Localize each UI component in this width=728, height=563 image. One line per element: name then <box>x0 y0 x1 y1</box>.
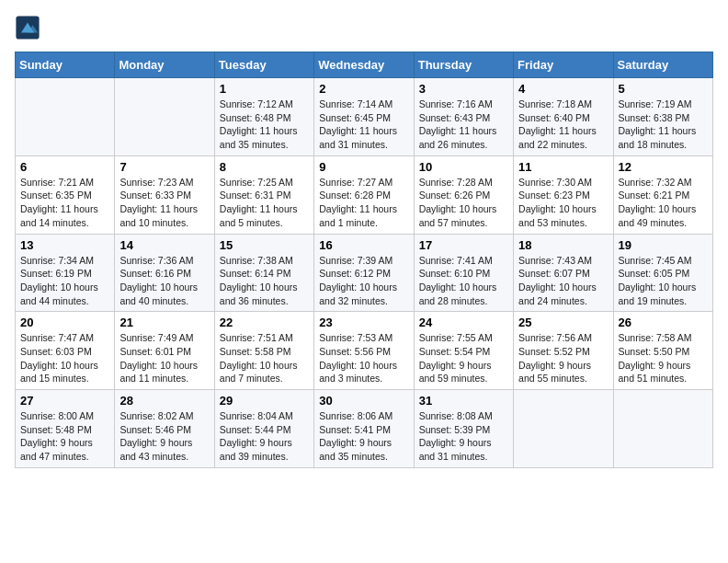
header-thursday: Thursday <box>414 52 513 78</box>
calendar-cell: 3Sunrise: 7:16 AM Sunset: 6:43 PM Daylig… <box>414 78 513 156</box>
calendar-cell: 17Sunrise: 7:41 AM Sunset: 6:10 PM Dayli… <box>414 234 513 312</box>
calendar-week-4: 20Sunrise: 7:47 AM Sunset: 6:03 PM Dayli… <box>16 312 713 390</box>
calendar-cell: 5Sunrise: 7:19 AM Sunset: 6:38 PM Daylig… <box>613 78 712 156</box>
calendar-cell: 8Sunrise: 7:25 AM Sunset: 6:31 PM Daylig… <box>214 155 313 234</box>
day-number: 22 <box>220 316 309 329</box>
calendar-cell <box>16 78 115 156</box>
day-number: 2 <box>319 82 408 96</box>
day-number: 4 <box>518 82 608 96</box>
day-number: 14 <box>119 238 209 252</box>
day-number: 1 <box>220 82 309 96</box>
calendar-cell: 22Sunrise: 7:51 AM Sunset: 5:58 PM Dayli… <box>214 312 313 390</box>
header-saturday: Saturday <box>613 52 712 78</box>
calendar-cell: 16Sunrise: 7:39 AM Sunset: 6:12 PM Dayli… <box>314 234 414 312</box>
calendar-cell: 19Sunrise: 7:45 AM Sunset: 6:05 PM Dayli… <box>613 234 712 312</box>
day-number: 13 <box>20 238 109 252</box>
calendar-cell: 2Sunrise: 7:14 AM Sunset: 6:45 PM Daylig… <box>314 78 414 156</box>
day-number: 11 <box>518 160 608 174</box>
day-info: Sunrise: 7:51 AM Sunset: 5:58 PM Dayligh… <box>220 331 309 385</box>
calendar-cell: 20Sunrise: 7:47 AM Sunset: 6:03 PM Dayli… <box>16 312 115 390</box>
day-info: Sunrise: 7:34 AM Sunset: 6:19 PM Dayligh… <box>20 254 109 308</box>
day-info: Sunrise: 8:04 AM Sunset: 5:44 PM Dayligh… <box>220 409 309 464</box>
day-number: 5 <box>619 82 708 96</box>
calendar-cell: 21Sunrise: 7:49 AM Sunset: 6:01 PM Dayli… <box>115 312 214 390</box>
day-number: 18 <box>518 238 608 252</box>
day-number: 16 <box>319 238 408 252</box>
day-info: Sunrise: 7:12 AM Sunset: 6:48 PM Dayligh… <box>220 98 309 152</box>
calendar-cell: 15Sunrise: 7:38 AM Sunset: 6:14 PM Dayli… <box>214 234 313 312</box>
day-number: 17 <box>419 238 508 252</box>
day-info: Sunrise: 7:32 AM Sunset: 6:21 PM Dayligh… <box>619 176 708 230</box>
header-monday: Monday <box>115 52 214 78</box>
day-info: Sunrise: 8:08 AM Sunset: 5:39 PM Dayligh… <box>419 409 508 464</box>
day-number: 3 <box>419 82 508 96</box>
day-number: 24 <box>419 316 508 329</box>
calendar-cell: 6Sunrise: 7:21 AM Sunset: 6:35 PM Daylig… <box>16 155 115 234</box>
day-info: Sunrise: 8:02 AM Sunset: 5:46 PM Dayligh… <box>119 409 209 464</box>
calendar-header-row: SundayMondayTuesdayWednesdayThursdayFrid… <box>16 52 713 78</box>
day-info: Sunrise: 8:00 AM Sunset: 5:48 PM Dayligh… <box>20 409 109 464</box>
calendar-cell: 27Sunrise: 8:00 AM Sunset: 5:48 PM Dayli… <box>16 390 115 468</box>
day-info: Sunrise: 7:30 AM Sunset: 6:23 PM Dayligh… <box>518 176 608 230</box>
day-info: Sunrise: 7:25 AM Sunset: 6:31 PM Dayligh… <box>220 176 309 230</box>
day-info: Sunrise: 7:38 AM Sunset: 6:14 PM Dayligh… <box>220 254 309 308</box>
day-info: Sunrise: 8:06 AM Sunset: 5:41 PM Dayligh… <box>319 409 408 464</box>
calendar-week-2: 6Sunrise: 7:21 AM Sunset: 6:35 PM Daylig… <box>16 155 713 234</box>
calendar-cell: 24Sunrise: 7:55 AM Sunset: 5:54 PM Dayli… <box>414 312 513 390</box>
day-info: Sunrise: 7:18 AM Sunset: 6:40 PM Dayligh… <box>518 98 608 152</box>
day-info: Sunrise: 7:47 AM Sunset: 6:03 PM Dayligh… <box>20 331 109 385</box>
calendar-cell <box>514 390 613 468</box>
calendar-cell: 12Sunrise: 7:32 AM Sunset: 6:21 PM Dayli… <box>613 155 712 234</box>
day-number: 10 <box>419 160 508 174</box>
day-info: Sunrise: 7:19 AM Sunset: 6:38 PM Dayligh… <box>619 98 708 152</box>
calendar-week-3: 13Sunrise: 7:34 AM Sunset: 6:19 PM Dayli… <box>16 234 713 312</box>
day-number: 7 <box>119 160 209 174</box>
day-info: Sunrise: 7:16 AM Sunset: 6:43 PM Dayligh… <box>419 98 508 152</box>
day-number: 30 <box>319 394 408 408</box>
day-info: Sunrise: 7:39 AM Sunset: 6:12 PM Dayligh… <box>319 254 408 308</box>
calendar-table: SundayMondayTuesdayWednesdayThursdayFrid… <box>15 52 713 468</box>
day-info: Sunrise: 7:55 AM Sunset: 5:54 PM Dayligh… <box>419 331 508 385</box>
calendar-cell: 13Sunrise: 7:34 AM Sunset: 6:19 PM Dayli… <box>16 234 115 312</box>
day-number: 15 <box>220 238 309 252</box>
day-number: 27 <box>20 394 109 408</box>
calendar-cell: 11Sunrise: 7:30 AM Sunset: 6:23 PM Dayli… <box>514 155 613 234</box>
day-info: Sunrise: 7:58 AM Sunset: 5:50 PM Dayligh… <box>619 331 708 385</box>
calendar-cell: 14Sunrise: 7:36 AM Sunset: 6:16 PM Dayli… <box>115 234 214 312</box>
day-info: Sunrise: 7:27 AM Sunset: 6:28 PM Dayligh… <box>319 176 408 230</box>
day-info: Sunrise: 7:36 AM Sunset: 6:16 PM Dayligh… <box>119 254 209 308</box>
day-info: Sunrise: 7:14 AM Sunset: 6:45 PM Dayligh… <box>319 98 408 152</box>
calendar-cell: 28Sunrise: 8:02 AM Sunset: 5:46 PM Dayli… <box>115 390 214 468</box>
day-info: Sunrise: 7:28 AM Sunset: 6:26 PM Dayligh… <box>419 176 508 230</box>
calendar-week-5: 27Sunrise: 8:00 AM Sunset: 5:48 PM Dayli… <box>16 390 713 468</box>
day-info: Sunrise: 7:53 AM Sunset: 5:56 PM Dayligh… <box>319 331 408 385</box>
day-info: Sunrise: 7:41 AM Sunset: 6:10 PM Dayligh… <box>419 254 508 308</box>
day-number: 6 <box>20 160 109 174</box>
calendar-cell: 1Sunrise: 7:12 AM Sunset: 6:48 PM Daylig… <box>214 78 313 156</box>
day-number: 28 <box>119 394 209 408</box>
day-number: 26 <box>619 316 708 329</box>
calendar-cell: 31Sunrise: 8:08 AM Sunset: 5:39 PM Dayli… <box>414 390 513 468</box>
logo <box>15 15 44 40</box>
header-sunday: Sunday <box>16 52 115 78</box>
day-number: 9 <box>319 160 408 174</box>
calendar-cell: 10Sunrise: 7:28 AM Sunset: 6:26 PM Dayli… <box>414 155 513 234</box>
calendar-cell: 9Sunrise: 7:27 AM Sunset: 6:28 PM Daylig… <box>314 155 414 234</box>
day-number: 31 <box>419 394 508 408</box>
header-wednesday: Wednesday <box>314 52 414 78</box>
header-friday: Friday <box>514 52 613 78</box>
day-info: Sunrise: 7:56 AM Sunset: 5:52 PM Dayligh… <box>518 331 608 385</box>
day-info: Sunrise: 7:21 AM Sunset: 6:35 PM Dayligh… <box>20 176 109 230</box>
day-number: 12 <box>619 160 708 174</box>
calendar-cell <box>115 78 214 156</box>
day-number: 19 <box>619 238 708 252</box>
calendar-cell: 29Sunrise: 8:04 AM Sunset: 5:44 PM Dayli… <box>214 390 313 468</box>
day-number: 21 <box>119 316 209 329</box>
header-tuesday: Tuesday <box>214 52 313 78</box>
calendar-cell: 23Sunrise: 7:53 AM Sunset: 5:56 PM Dayli… <box>314 312 414 390</box>
calendar-cell: 4Sunrise: 7:18 AM Sunset: 6:40 PM Daylig… <box>514 78 613 156</box>
logo-icon <box>15 15 40 40</box>
calendar-week-1: 1Sunrise: 7:12 AM Sunset: 6:48 PM Daylig… <box>16 78 713 156</box>
day-number: 20 <box>20 316 109 329</box>
day-number: 23 <box>319 316 408 329</box>
